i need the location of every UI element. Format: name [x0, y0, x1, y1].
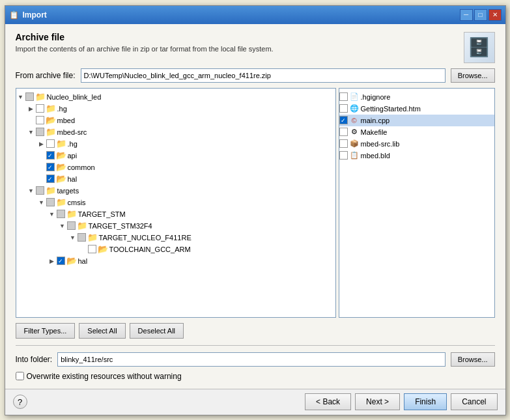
expander-icon: ▶: [48, 257, 57, 266]
checkbox[interactable]: [339, 92, 348, 101]
tree-item[interactable]: ▶ 📁 .hg: [16, 103, 335, 115]
folder-icon: 📂: [56, 151, 66, 160]
minimize-button[interactable]: ─: [460, 9, 473, 21]
tree-item-label: api: [68, 152, 78, 160]
tree-item[interactable]: ▼ 📁 targets: [16, 185, 335, 197]
lib-icon: 📦: [349, 139, 360, 148]
globe-icon: 🌐: [349, 104, 360, 113]
tree-panel[interactable]: ▼ 📁 Nucleo_blink_led ▶ 📁 .hg: [16, 88, 336, 318]
cancel-button[interactable]: Cancel: [451, 393, 497, 410]
tree-item[interactable]: ✓ 📂 api: [16, 150, 335, 161]
help-button[interactable]: ?: [13, 395, 27, 409]
file-item[interactable]: 📄 .hgignore: [339, 91, 494, 103]
cpp-icon: ©: [349, 116, 360, 125]
checkbox[interactable]: [67, 221, 76, 230]
file-item[interactable]: 📦 mbed-src.lib: [339, 138, 494, 150]
expander-icon: ▼: [68, 233, 78, 242]
make-icon: ⚙: [349, 128, 360, 137]
header-text: Archive file Import the contents of an a…: [16, 32, 274, 53]
tree-item[interactable]: 📂 TOOLCHAIN_GCC_ARM: [16, 244, 335, 255]
archive-label: From archive file:: [16, 71, 76, 80]
tree-item[interactable]: ▼ 📁 Nucleo_blink_led: [16, 91, 335, 103]
close-button[interactable]: ✕: [489, 9, 502, 21]
archive-icon: 🗄️: [464, 32, 495, 63]
checkbox[interactable]: [57, 210, 65, 218]
maximize-button[interactable]: □: [474, 9, 487, 21]
tree-item[interactable]: ▼ 📁 TARGET_STM32F4: [16, 220, 335, 232]
checkbox[interactable]: [36, 104, 44, 113]
checkbox[interactable]: [46, 198, 55, 206]
filter-types-button[interactable]: Filter Types...: [16, 323, 76, 339]
tree-item[interactable]: ✓ 📂 hal: [16, 173, 335, 185]
tree-item[interactable]: ▼ 📁 TARGET_NUCLEO_F411RE: [16, 232, 335, 244]
tree-item-label: .hg: [57, 105, 67, 113]
title-bar: 📋 Import ─ □ ✕: [5, 6, 505, 24]
checkbox[interactable]: [36, 128, 44, 136]
into-folder-input[interactable]: [57, 352, 445, 367]
file-icon: 📄: [349, 92, 360, 102]
checkbox[interactable]: [88, 245, 96, 253]
tree-item-label: hal: [68, 175, 78, 183]
archive-file-input[interactable]: [81, 68, 446, 83]
file-item[interactable]: ⚙ Makefile: [339, 126, 494, 138]
finish-button[interactable]: Finish: [404, 393, 447, 410]
tree-item[interactable]: ▶ ✓ 📂 hal: [16, 255, 335, 267]
archive-browse-button[interactable]: Browse...: [451, 68, 495, 83]
checkbox[interactable]: ✓: [57, 257, 65, 265]
expander-icon: [27, 116, 36, 125]
checkbox[interactable]: [339, 104, 348, 113]
folder-icon: 📁: [35, 92, 46, 102]
dialog-content: Archive file Import the contents of an a…: [5, 24, 505, 389]
checkbox[interactable]: [78, 233, 86, 242]
bld-icon: 📋: [349, 151, 360, 160]
into-label: Into folder:: [16, 355, 53, 364]
file-item[interactable]: 🌐 GettingStarted.htm: [339, 103, 494, 115]
checkbox[interactable]: [46, 139, 55, 148]
checkbox[interactable]: [339, 128, 348, 136]
import-dialog: 📋 Import ─ □ ✕ Archive file Import the c…: [5, 5, 506, 415]
select-all-button[interactable]: Select All: [79, 323, 125, 339]
folder-icon: 📂: [98, 245, 108, 254]
file-item[interactable]: ✓ © main.cpp: [339, 115, 494, 126]
checkbox[interactable]: ✓: [46, 175, 55, 183]
checkbox[interactable]: [36, 116, 44, 124]
file-panel[interactable]: 📄 .hgignore 🌐 GettingStarted.htm ✓ © mai…: [339, 88, 495, 318]
into-browse-button[interactable]: Browse...: [451, 352, 495, 367]
folder-icon: 📁: [46, 186, 56, 195]
expander-icon: ▼: [16, 92, 25, 102]
archive-file-row: From archive file: Browse...: [16, 68, 495, 83]
checkbox[interactable]: [339, 151, 348, 160]
tree-item-label: cmsis: [68, 199, 86, 206]
tree-item[interactable]: ▼ 📁 mbed-src: [16, 126, 335, 138]
tree-item-label: TARGET_STM32F4: [89, 222, 152, 230]
folder-icon: 📂: [56, 175, 66, 184]
checkbox[interactable]: ✓: [46, 151, 55, 160]
checkbox[interactable]: [339, 139, 348, 148]
footer-left: ?: [13, 395, 27, 409]
overwrite-checkbox[interactable]: [16, 372, 24, 380]
file-item-label: main.cpp: [361, 117, 390, 124]
title-bar-left: 📋 Import: [9, 10, 47, 20]
tree-item[interactable]: ▼ 📁 cmsis: [16, 197, 335, 208]
checkbox[interactable]: [25, 92, 34, 101]
folder-icon: 📁: [77, 221, 87, 231]
footer-right: < Back Next > Finish Cancel: [305, 393, 497, 410]
tree-item[interactable]: ▼ 📁 TARGET_STM: [16, 208, 335, 220]
back-button[interactable]: < Back: [305, 393, 351, 410]
tree-item-label: TARGET_NUCLEO_F411RE: [99, 234, 191, 242]
file-item-label: mbed-src.lib: [361, 140, 400, 148]
checkbox[interactable]: ✓: [339, 116, 348, 124]
checkbox[interactable]: ✓: [46, 163, 55, 171]
tree-item[interactable]: ▶ 📁 .hg: [16, 138, 335, 150]
next-button[interactable]: Next >: [355, 393, 400, 410]
tree-item[interactable]: ✓ 📂 common: [16, 161, 335, 173]
expander-icon: ▼: [48, 210, 57, 219]
overwrite-label: Overwrite existing resources without war…: [27, 372, 182, 381]
file-item[interactable]: 📋 mbed.bld: [339, 150, 494, 161]
checkbox[interactable]: [36, 186, 44, 195]
deselect-all-button[interactable]: Deselect All: [130, 323, 184, 339]
tree-item[interactable]: 📂 mbed: [16, 115, 335, 126]
expander-icon: [37, 163, 46, 172]
actions-row: Filter Types... Select All Deselect All: [16, 323, 495, 339]
tree-item-label: TARGET_STM: [78, 210, 126, 218]
